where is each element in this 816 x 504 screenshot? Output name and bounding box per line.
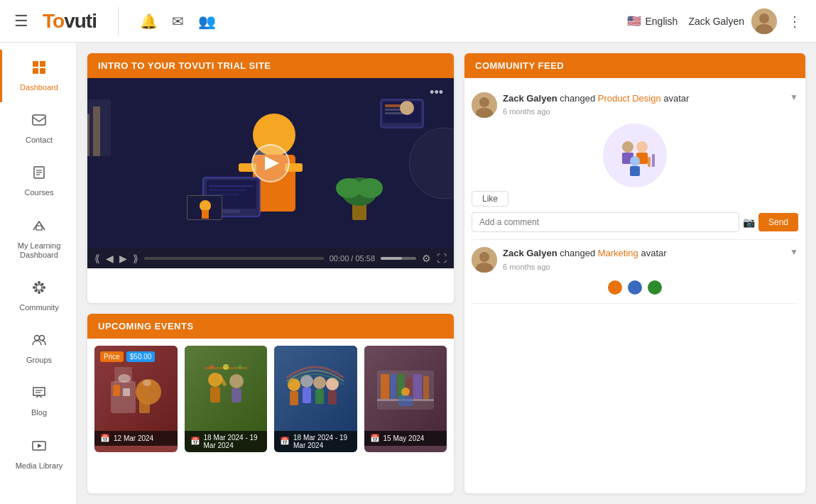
svg-point-82 [229, 374, 244, 388]
progress-bar[interactable] [144, 257, 324, 260]
feed-item-header-2: Zack Galyen changed Marketing avatar 6 m… [472, 247, 798, 273]
language-selector[interactable]: 🇺🇸 English [627, 14, 678, 28]
volume-fill [381, 257, 402, 260]
courses-icon [31, 165, 47, 185]
feed-action-suffix-2: avatar [641, 248, 666, 258]
svg-point-21 [41, 289, 44, 292]
event-date-2: 📅 18 Mar 2024 - 19 Mar 2024 [185, 431, 268, 452]
sidebar-item-dashboard[interactable]: Dashboard [0, 50, 76, 102]
user-info[interactable]: Zack Galyen [688, 9, 777, 34]
sidebar-item-community[interactable]: Community [0, 270, 76, 322]
dashboard-icon [31, 60, 47, 80]
svg-point-65 [630, 156, 640, 166]
svg-rect-67 [648, 157, 651, 167]
svg-rect-83 [232, 388, 241, 402]
media-library-icon [31, 438, 47, 458]
fullscreen-icon[interactable]: ⛶ [437, 253, 447, 264]
sidebar: Dashboard Contact Courses [0, 43, 77, 504]
events-grid: Price $50.00 📅 12 Mar 2024 [87, 339, 454, 459]
calendar-icon-2: 📅 [190, 437, 200, 446]
marketing-avatar-2 [626, 279, 643, 296]
svg-rect-90 [290, 391, 298, 405]
sidebar-item-contact[interactable]: Contact [0, 102, 76, 155]
sidebar-label-media-library: Media Library [16, 461, 63, 471]
sidebar-item-blog[interactable]: Blog [0, 375, 76, 427]
svg-rect-81 [210, 387, 220, 402]
feed-link-2[interactable]: Marketing [598, 248, 638, 258]
groups-icon [31, 332, 47, 352]
blog-icon [31, 385, 47, 405]
svg-marker-27 [38, 444, 42, 448]
play-button[interactable] [251, 144, 290, 182]
svg-point-16 [33, 286, 36, 289]
prev-icon[interactable]: ◀ [106, 253, 114, 264]
settings-icon[interactable]: ⚙ [422, 253, 431, 264]
volume-bar[interactable] [381, 257, 416, 260]
comment-box: 📷 Send [472, 212, 798, 232]
events-section-title: UPCOMING EVENTS [98, 321, 194, 332]
bell-icon[interactable]: 🔔 [140, 13, 158, 30]
sidebar-label-blog: Blog [31, 408, 47, 417]
header-right: 🇺🇸 English Zack Galyen ⋮ [627, 9, 802, 34]
send-button[interactable]: Send [758, 213, 798, 231]
sidebar-item-media-library[interactable]: Media Library [0, 428, 76, 481]
feed-chevron-icon-2[interactable]: ▼ [790, 247, 798, 257]
language-label: English [645, 16, 678, 27]
feed-action: changed [560, 93, 598, 104]
play-triangle-icon [265, 156, 279, 170]
sidebar-label-contact: Contact [26, 136, 53, 145]
svg-rect-74 [113, 385, 120, 396]
svg-point-63 [636, 141, 648, 153]
logo: Tovuti [43, 10, 97, 33]
event-date-3: 📅 18 Mar 2024 - 19 Mar 2024 [274, 431, 357, 452]
camera-icon[interactable]: 📷 [743, 217, 755, 228]
svg-point-14 [38, 281, 40, 284]
feed-link[interactable]: Product Design [598, 93, 661, 104]
svg-rect-6 [40, 68, 45, 74]
event-card-3[interactable]: 📅 18 Mar 2024 - 19 Mar 2024 [274, 346, 357, 452]
community-feed-title: COMMUNITY FEED [475, 60, 564, 71]
svg-rect-32 [93, 106, 100, 156]
svg-point-85 [223, 364, 229, 370]
rewind-icon[interactable]: ⟪ [94, 253, 100, 264]
video-section: INTRO TO YOUR TOVUTI TRIAL SITE [87, 53, 454, 303]
more-options-icon[interactable]: ⋮ [788, 13, 802, 30]
svg-point-13 [36, 285, 42, 290]
event-card-4[interactable]: 📅 15 May 2024 [364, 346, 447, 452]
svg-rect-96 [328, 390, 337, 405]
feed-username-2: Zack Galyen [503, 248, 557, 258]
calendar-icon-3: 📅 [280, 437, 290, 446]
community-feed: COMMUNITY FEED Zack Ga [464, 53, 805, 493]
like-button[interactable]: Like [472, 191, 508, 207]
comment-input[interactable] [472, 212, 739, 232]
svg-rect-40 [223, 209, 240, 213]
feed-username: Zack Galyen [503, 93, 557, 104]
sidebar-item-groups[interactable]: Groups [0, 322, 76, 375]
feed-chevron-icon[interactable]: ▼ [790, 92, 798, 102]
sidebar-item-my-learning[interactable]: My Learning Dashboard [0, 208, 76, 270]
feed-item: Zack Galyen changed Marketing avatar 6 m… [472, 240, 798, 303]
svg-point-22 [35, 336, 40, 341]
my-learning-icon [31, 218, 47, 238]
svg-point-15 [38, 291, 40, 294]
event-card-1[interactable]: Price $50.00 📅 12 Mar 2024 [94, 346, 178, 452]
mail-icon[interactable]: ✉ [172, 13, 184, 30]
hamburger-icon[interactable]: ☰ [14, 12, 28, 31]
body-layout: Dashboard Contact Courses [0, 43, 816, 504]
forward-icon[interactable]: ⟫ [133, 253, 138, 264]
svg-point-87 [238, 365, 242, 369]
svg-rect-4 [40, 61, 45, 67]
svg-point-105 [401, 388, 410, 396]
event-card-2[interactable]: 📅 18 Mar 2024 - 19 Mar 2024 [185, 346, 268, 452]
svg-point-18 [35, 283, 38, 285]
sidebar-item-courses[interactable]: Courses [0, 155, 76, 207]
feed-avatar [472, 92, 497, 118]
people-icon[interactable]: 👥 [198, 13, 216, 30]
video-section-title: INTRO TO YOUR TOVUTI TRIAL SITE [98, 60, 271, 71]
play-pause-icon[interactable]: ▶ [119, 253, 127, 264]
community-feed-header: COMMUNITY FEED [464, 53, 805, 78]
svg-point-19 [41, 283, 44, 285]
svg-rect-3 [33, 61, 38, 67]
video-more-options[interactable]: ••• [430, 85, 443, 100]
event-image-4 [364, 346, 447, 431]
